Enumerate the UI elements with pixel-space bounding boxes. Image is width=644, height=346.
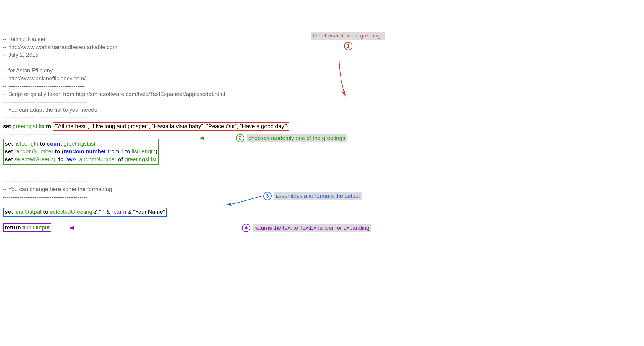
greetings-list-literal: {"All the best", "Live long and prosper"… xyxy=(53,122,289,131)
comment-url2: -- http://www.asianefficiency.com/ xyxy=(3,75,86,81)
random-selection-block: set listLength to count greetingsList se… xyxy=(3,139,159,165)
comment-origin: -- Script originally taken from http://s… xyxy=(3,91,225,97)
callout-2-number: 2 xyxy=(236,134,244,142)
comment-author: -- Helmut Hauser xyxy=(3,36,46,42)
comment-dash1: ----------------------------------------… xyxy=(3,99,87,105)
comment-dash4: ----------------------------------------… xyxy=(3,178,87,185)
comment-for: -- for Asian Efficieny xyxy=(3,67,53,74)
callout-3: 3 assembles and formats the output xyxy=(263,192,362,200)
comment-sep1: -- -------------------------------------… xyxy=(3,60,85,66)
comment-dash5: ----------------------------------------… xyxy=(3,194,87,200)
comment-date: -- July 2, 2015 xyxy=(3,52,38,58)
callout-3-label: assembles and formats the output xyxy=(274,192,362,200)
callout-4: 4 returns the text to TextExpander for e… xyxy=(242,224,371,232)
callout-2-label: chooses randomly one of the greetings xyxy=(247,134,347,142)
callout-1-label: list of user defined greetings xyxy=(311,32,385,40)
final-output-block: set finalOutput to selectedGreeting & ",… xyxy=(3,208,167,217)
comment-format: -- You can change here some the formatti… xyxy=(3,186,112,192)
comment-sep2: -- -------------------------------------… xyxy=(3,83,85,89)
comment-adapt: -- You can adapt the list to your needs xyxy=(3,107,97,113)
callout-2: 2 chooses randomly one of the greetings xyxy=(236,134,347,142)
callout-3-number: 3 xyxy=(263,192,272,200)
line-set-greetings: set greetingsList to {"All the best", "L… xyxy=(3,123,289,129)
callout-4-label: returns the text to TextExpander for exp… xyxy=(253,224,371,232)
comment-url1: -- http://www.worksmartandberemarkable.c… xyxy=(3,44,117,50)
comment-dash3: ----------------------------------------… xyxy=(3,131,87,138)
callout-1: list of user defined greetings 1 xyxy=(311,32,385,50)
comment-dash2: ----------------------------------------… xyxy=(3,115,87,121)
callout-1-number: 1 xyxy=(344,42,352,50)
code-block: -- Helmut Hauser -- http://www.worksmart… xyxy=(3,29,641,232)
return-block: return finalOutput xyxy=(3,223,51,232)
callout-4-number: 4 xyxy=(242,224,250,232)
